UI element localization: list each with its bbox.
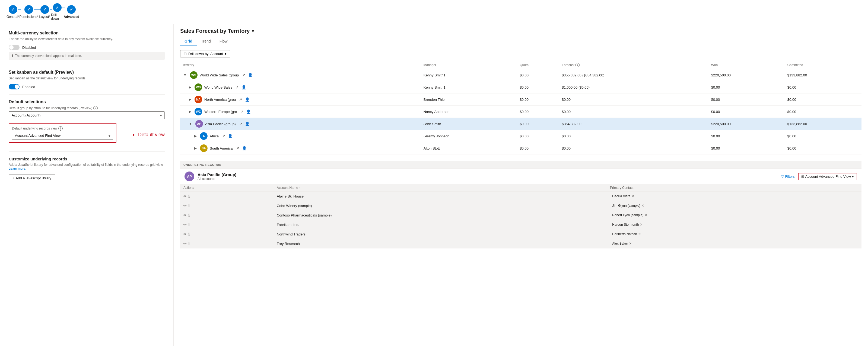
person-icon[interactable]: 👤 [227,134,234,138]
wizard-step-general[interactable]: ✓ General* [6,5,19,19]
contact-cell: Heriberto Nathan ✕ [607,230,862,239]
tag-remove-icon[interactable]: ✕ [644,213,647,217]
customize-title: Customize underlying records [9,157,165,161]
won-cell: $0.00 [709,81,785,94]
link-icon[interactable]: ↗ [238,122,243,126]
multicurrency-toggle[interactable] [9,45,20,50]
drill-icon: ⊞ [184,52,187,56]
person-icon[interactable]: 👤 [241,146,248,150]
territory-cell: ▼ WS World Wide Sales (group ↗ 👤 [180,69,422,81]
edit-icon[interactable]: ✏ [183,213,187,217]
tag-remove-icon[interactable]: ✕ [642,204,644,208]
info-circle-icon[interactable]: ℹ [188,241,190,246]
table-row: ▶ NA North America (grou ↗ 👤 Brenden Thi… [180,94,862,106]
wizard-step-permissions[interactable]: ✓ Permissions* [19,5,38,19]
person-icon[interactable]: 👤 [240,85,247,90]
annotation-text: Default view [138,132,165,138]
left-panel: Multi-currency selection Enable the abil… [0,24,174,346]
info-circle-icon[interactable]: ℹ [188,194,190,198]
manager-cell: Kenny Smith1 [422,81,518,94]
add-javascript-library-button[interactable]: + Add a javascript library [9,174,55,182]
actions-cell: ✏ ℹ [180,192,274,201]
link-icon[interactable]: ↗ [241,73,246,77]
kanban-title: Set kanban as default (Preview) [9,70,165,75]
drill-down-button[interactable]: ⊞ Drill down by: Account ▾ [180,50,230,58]
filters-button[interactable]: ▽ Filters [781,174,795,179]
link-icon[interactable]: ↗ [239,109,245,114]
info-circle-icon[interactable]: ℹ [188,222,190,227]
edit-icon[interactable]: ✏ [183,232,187,236]
info-circle-icon[interactable]: ℹ [188,204,190,208]
tag-remove-icon[interactable]: ✕ [638,232,641,236]
committed-cell: $0.00 [785,106,862,118]
territory-name: Africa [210,134,219,138]
group-info-icon[interactable]: i [93,106,98,110]
manager-cell: Brenden Thiel [422,94,518,106]
view-selector[interactable]: ⊞ Account Advanced Find View ▾ [798,173,857,180]
expand-button[interactable]: ▶ [193,146,198,150]
info-circle-icon[interactable]: ℹ [188,213,190,217]
tag-remove-icon[interactable]: ✕ [631,194,634,198]
link-icon[interactable]: ↗ [221,134,226,138]
person-icon[interactable]: 👤 [245,109,252,114]
kanban-toggle-label: Enabled [22,85,35,89]
person-icon[interactable]: 👤 [244,97,251,102]
expand-button[interactable]: ▶ [188,98,192,101]
account-name-cell: Coho Winery (sample) [274,201,607,210]
expand-button[interactable]: ▼ [182,73,188,77]
quota-cell: $0.00 [518,94,559,106]
contact-tag: Heriberto Nathan ✕ [610,232,643,237]
filter-icon: ▽ [781,174,784,179]
info-circle-icon[interactable]: ℹ [188,232,190,236]
avatar: WE [194,108,202,115]
expand-button[interactable]: ▶ [188,85,192,89]
territory-name: Western Europe (gro [204,110,237,114]
committed-cell: $0.00 [785,142,862,154]
tab-flow[interactable]: Flow [215,37,232,46]
underlying-label: UNDERLYING RECORDS [180,161,862,169]
col-territory: Territory [180,61,422,69]
col-primary-contact: Primary Contact [607,184,862,192]
link-icon[interactable]: ↗ [235,85,240,90]
step-label-advanced: Advanced [64,15,79,19]
tab-trend[interactable]: Trend [197,37,215,46]
group-select[interactable]: Account (Account) [9,111,165,119]
actions-cell: ✏ ℹ [180,239,274,248]
list-item: ✏ ℹ Contoso Pharmaceuticals (sample) Rob… [180,210,862,220]
person-icon[interactable]: 👤 [247,73,254,77]
learn-more-link[interactable]: Learn more. [9,167,26,170]
link-icon[interactable]: ↗ [238,97,243,102]
forecast-cell: $354,382.00 [559,118,709,130]
forecast-cell: $0.00 [559,142,709,154]
committed-cell: $0.00 [785,130,862,142]
view-select[interactable]: Account Advanced Find View [12,132,113,140]
manager-cell: Alton Stott [422,142,518,154]
forecast-cell: $0.00 [559,106,709,118]
tag-remove-icon[interactable]: ✕ [629,242,632,245]
wizard-step-layout[interactable]: ✓ Layout* [38,5,51,19]
kanban-toggle[interactable] [9,84,20,90]
forecast-cell: $0.00 [559,94,709,106]
tab-grid[interactable]: Grid [180,37,197,46]
expand-button[interactable]: ▶ [193,134,198,138]
drill-chevron-icon: ▾ [225,52,226,56]
edit-icon[interactable]: ✏ [183,204,187,208]
wizard-step-advanced[interactable]: ✓ Advanced [64,5,79,19]
forecast-info-icon[interactable]: i [575,63,580,67]
edit-icon[interactable]: ✏ [183,241,187,246]
forecast-body: ⊞ Drill down by: Account ▾ Territory Man… [174,46,868,346]
edit-icon[interactable]: ✏ [183,194,187,198]
expand-button[interactable]: ▼ [188,122,193,126]
view-info-icon[interactable]: i [58,126,63,131]
expand-button[interactable]: ▶ [188,110,192,113]
territory-cell: ▼ AP Asia Pacific (group) ↗ 👤 [180,118,422,130]
tag-remove-icon[interactable]: ✕ [640,223,643,227]
title-chevron-icon[interactable]: ▾ [252,29,254,34]
wizard-step-drilldown[interactable]: ✓ Drill down [51,3,64,21]
link-icon[interactable]: ↗ [235,146,240,150]
avatar: NA [194,96,202,103]
edit-icon[interactable]: ✏ [183,222,187,227]
territory-cell: ▶ SA South America ↗ 👤 [180,142,422,154]
quota-cell: $0.00 [518,81,559,94]
person-icon[interactable]: 👤 [244,122,251,126]
